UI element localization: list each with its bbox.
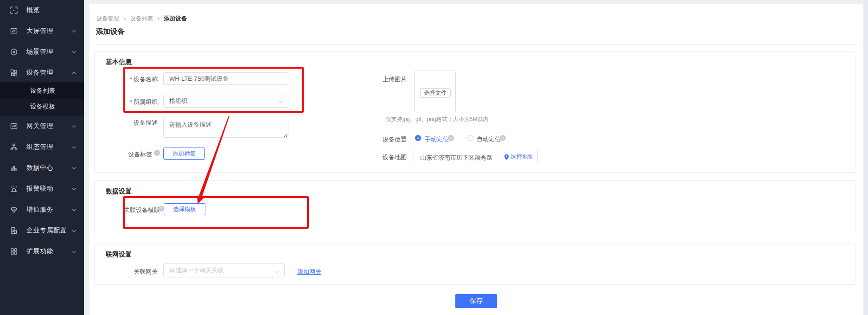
sidebar-item-label: 报警联动	[26, 185, 53, 193]
choose-template-button[interactable]: 选择模板	[164, 203, 205, 215]
sidebar-item-value-service[interactable]: 增值服务	[0, 201, 84, 218]
related-template-label: 关联设备模版	[124, 206, 160, 214]
value-service-icon	[10, 206, 18, 213]
sidebar-item-device[interactable]: 设备管理	[0, 64, 84, 81]
chevron-down-icon	[72, 249, 77, 253]
extension-icon	[10, 248, 18, 255]
network-settings-title: 联网设置	[106, 251, 132, 259]
description-label: 设备描述	[107, 119, 158, 127]
basic-info-title: 基本信息	[106, 58, 132, 66]
gateway-select[interactable]: 请选择一个网关关联	[163, 264, 285, 277]
data-center-icon	[10, 164, 18, 172]
page-title: 添加设备	[96, 27, 125, 37]
device-location-label: 设备位置	[356, 135, 407, 144]
device-name-input[interactable]	[163, 72, 288, 85]
device-map-input[interactable]: 山东省济南市历下区颖秀路 选择地址	[414, 150, 538, 163]
sidebar-item-bigscreen[interactable]: 大屏管理	[0, 23, 84, 39]
choose-address-link[interactable]: 选择地址	[504, 153, 534, 161]
overview-icon	[10, 6, 18, 14]
upload-image-dropzone[interactable]: 选择文件	[414, 71, 456, 112]
sidebar-item-label: 网关管理	[26, 122, 53, 130]
sidebar-submenu: 设备列表 设备模板	[0, 82, 84, 116]
sidebar-item-label: 数据中心	[26, 164, 53, 172]
sidebar-item-configuration[interactable]: 组态管理	[0, 139, 84, 155]
add-tag-button[interactable]: 添加标签	[163, 148, 205, 160]
device-map-label: 设备地图	[356, 153, 407, 161]
chevron-down-icon	[72, 207, 77, 212]
sidebar-item-alarm[interactable]: 报警联动	[0, 180, 84, 197]
sidebar-item-extension[interactable]: 扩展功能	[0, 243, 84, 260]
chevron-down-icon	[72, 49, 77, 54]
help-icon[interactable]: ?	[154, 150, 160, 156]
breadcrumb-separator: >	[123, 16, 126, 22]
sidebar-item-label: 设备管理	[26, 69, 53, 77]
choose-file-button[interactable]: 选择文件	[420, 88, 451, 98]
bigscreen-icon	[10, 27, 18, 35]
breadcrumb: 设备管理 > 设备列表 > 添加设备	[96, 15, 187, 23]
organization-select[interactable]: 根组织	[163, 95, 288, 108]
location-pin-icon	[504, 154, 509, 160]
chevron-down-icon	[72, 123, 77, 128]
alarm-icon	[10, 185, 18, 193]
breadcrumb-separator: >	[157, 16, 160, 22]
auto-location-option[interactable]: 自动定位	[477, 135, 501, 143]
organization-label: *所属组织	[107, 98, 158, 106]
auto-location-radio[interactable]	[467, 135, 473, 141]
chevron-down-icon	[279, 99, 283, 103]
sidebar-item-enterprise[interactable]: 企业专属配置	[0, 222, 84, 239]
sidebar-item-label: 场景管理	[26, 48, 53, 56]
enterprise-icon	[10, 227, 18, 234]
sidebar-subitem-device-list[interactable]: 设备列表	[0, 83, 84, 99]
manual-location-option[interactable]: 手动定位	[425, 135, 449, 143]
data-settings-title: 数据设置	[106, 187, 132, 196]
sidebar-item-label: 大屏管理	[26, 27, 53, 35]
title-divider	[96, 44, 857, 45]
chevron-down-icon	[72, 144, 77, 149]
scene-icon	[10, 48, 18, 56]
chevron-up-icon	[72, 72, 77, 77]
upload-image-label: 上传图片	[356, 75, 407, 84]
scrollbar-track[interactable]	[863, 0, 868, 315]
sidebar-item-label: 增值服务	[26, 206, 53, 214]
help-icon[interactable]: ?	[448, 135, 454, 141]
sidebar-item-overview[interactable]: 概览	[0, 2, 84, 19]
sidebar-item-label: 扩展功能	[26, 247, 53, 256]
chevron-down-icon	[72, 28, 77, 33]
sidebar-item-data-center[interactable]: 数据中心	[0, 160, 84, 176]
sidebar-item-label: 企业专属配置	[26, 226, 67, 235]
sidebar-item-label: 组态管理	[26, 143, 53, 151]
chevron-down-icon	[72, 165, 77, 170]
configuration-icon	[10, 143, 18, 151]
breadcrumb-device-list[interactable]: 设备列表	[130, 15, 153, 23]
sidebar-subitem-device-template[interactable]: 设备模板	[0, 98, 84, 115]
save-button[interactable]: 保存	[455, 294, 497, 308]
sidebar: 概览 大屏管理 场景管理 设备管理 设备列表 设备模板 网关管理	[0, 0, 84, 315]
sidebar-item-scene[interactable]: 场景管理	[0, 44, 84, 60]
chevron-down-icon	[275, 269, 280, 273]
manual-location-radio[interactable]	[415, 135, 421, 141]
chevron-down-icon	[72, 186, 77, 191]
add-gateway-link[interactable]: 添加网关	[297, 268, 321, 276]
tags-label: 设备标签	[101, 150, 152, 159]
description-textarea[interactable]	[163, 117, 288, 138]
device-name-label: *设备名称	[107, 75, 158, 84]
chevron-down-icon	[72, 228, 77, 232]
breadcrumb-device-management[interactable]: 设备管理	[96, 15, 119, 23]
upload-hint: 仅支持jpg、gif、png格式；大小为5M以内	[386, 116, 488, 123]
data-settings-card: 数据设置	[94, 180, 855, 234]
help-icon[interactable]: ?	[500, 135, 506, 141]
sidebar-item-label: 概览	[26, 6, 40, 14]
sidebar-item-gateway[interactable]: 网关管理	[0, 118, 84, 135]
device-icon	[10, 69, 18, 77]
breadcrumb-add-device: 添加设备	[164, 15, 187, 23]
gateway-icon	[10, 122, 18, 130]
related-gateway-label: 关联网关	[107, 268, 158, 276]
